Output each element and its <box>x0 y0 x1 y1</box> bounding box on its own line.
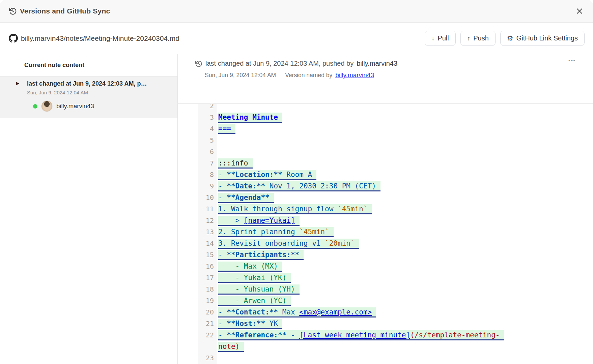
version-item-date: Sun, Jun 9, 2024 12:04 AM <box>27 90 169 95</box>
line-number: 2 <box>198 103 214 112</box>
code-line: :::info <box>218 157 517 169</box>
code-line <box>218 103 517 112</box>
line-number: 20 <box>198 306 214 318</box>
dialog-body: Current note content ▶ last changed at J… <box>0 54 593 364</box>
dialog-title: Versions and GitHub Sync <box>20 7 110 15</box>
code-line: - **Contact:** Max <max@example.com> <box>218 306 517 318</box>
version-changed-row: last changed at Jun 9, 2024 12:03 AM, pu… <box>195 60 593 67</box>
avatar <box>41 100 53 112</box>
inserted-text: - Max (MX) <box>218 262 282 272</box>
down-arrow-icon: ↓ <box>431 35 435 42</box>
code-line: === <box>218 123 517 134</box>
inserted-text: - Yuhsuan (YH) <box>218 284 300 295</box>
version-date: Sun, Jun 9, 2024 12:04 AM <box>205 72 276 79</box>
line-number: 17 <box>198 272 214 283</box>
inserted-text: Meeting Minute <box>218 113 282 123</box>
line-number: 21 <box>198 318 214 329</box>
line-number: 16 <box>198 261 214 272</box>
inserted-text: - **Date:** Nov 1, 2030 2:30 PM (CET) <box>218 181 380 191</box>
inserted-text: > [name=Yukai] <box>218 216 300 226</box>
github-icon <box>9 34 18 43</box>
pull-button[interactable]: ↓ Pull <box>425 31 456 46</box>
push-button[interactable]: ↑ Push <box>460 31 496 46</box>
inserted-text: - **Host:** YK <box>218 319 282 329</box>
line-number: 15 <box>198 249 214 261</box>
line-number: 5 <box>198 134 214 146</box>
inserted-text: - **Participants:** <box>218 250 304 260</box>
code-line: 1. Walk through signup flow `45min` <box>218 203 517 215</box>
code-line: - **Participants:** <box>218 249 517 261</box>
version-named-by-user-link[interactable]: billy.marvin43 <box>335 71 374 79</box>
version-detail-header: last changed at Jun 9, 2024 12:03 AM, pu… <box>178 54 593 103</box>
inserted-text: === <box>218 124 235 134</box>
diff-left-margin <box>178 104 198 364</box>
presence-dot <box>33 104 37 109</box>
code-line <box>218 134 517 146</box>
line-number: 7 <box>198 157 214 169</box>
inserted-text: :::info <box>218 158 253 169</box>
version-sidebar: Current note content ▶ last changed at J… <box>0 54 178 364</box>
line-number: 3 <box>198 112 214 123</box>
code-line: - **Date:** Nov 1, 2030 2:30 PM (CET) <box>218 180 517 192</box>
inserted-text: - **Agenda** <box>218 193 274 203</box>
version-named-by-label: Version named by <box>285 72 332 79</box>
code-line: - Yukai (YK) <box>218 272 517 283</box>
line-number: 14 <box>198 238 214 249</box>
inserted-text: - **Location:** Room A <box>218 170 316 180</box>
line-number: 13 <box>198 226 214 238</box>
version-changed-text: last changed at Jun 9, 2024 12:03 AM, pu… <box>205 60 354 67</box>
more-options-icon[interactable]: ••• <box>568 58 576 63</box>
repo-path-text: billy.marvin43/notes/Meeting-Minute-2024… <box>21 34 179 42</box>
up-arrow-icon: ↑ <box>467 35 471 42</box>
repo-bar: billy.marvin43/notes/Meeting-Minute-2024… <box>0 23 593 54</box>
line-number: 23 <box>198 352 214 364</box>
code-line: - Max (MX) <box>218 261 517 272</box>
line-number: 9 <box>198 180 214 192</box>
line-number: 22 <box>198 329 214 352</box>
sync-actions: ↓ Pull ↑ Push ⚙ GitHub Link Settings <box>425 31 585 46</box>
code-line: > [name=Yukai] <box>218 215 517 226</box>
line-number: 18 <box>198 283 214 295</box>
inserted-text: - Yukai (YK) <box>218 273 291 283</box>
dialog-titlebar: Versions and GitHub Sync <box>0 0 593 23</box>
version-changed-author: billy.marvin43 <box>357 60 397 67</box>
versions-github-sync-dialog: Versions and GitHub Sync billy.marvin43/… <box>0 0 593 364</box>
history-icon <box>9 7 17 15</box>
history-icon <box>195 60 202 67</box>
inserted-text: 3. Revisit onboarding v1 `20min` <box>218 239 359 249</box>
code-line: - **Reference:** - [Last week meeting mi… <box>218 329 517 352</box>
inserted-text: 2. Sprint planning `45min` <box>218 227 334 237</box>
version-item-title: last changed at Jun 9, 2024 12:03 AM, p… <box>27 80 169 87</box>
line-number: 6 <box>198 146 214 157</box>
line-number: 4 <box>198 123 214 134</box>
version-item-author-row: billy.marvin43 <box>33 100 169 112</box>
inserted-text: - Arwen (YC) <box>218 296 291 306</box>
diff-code-content: Meeting Minute===:::info- **Location:** … <box>217 103 517 364</box>
code-line: - **Agenda** <box>218 192 517 203</box>
version-meta-row: Sun, Jun 9, 2024 12:04 AM Version named … <box>205 71 593 79</box>
code-line <box>218 146 517 157</box>
sidebar-heading: Current note content <box>0 54 177 77</box>
github-link-settings-button[interactable]: ⚙ GitHub Link Settings <box>500 31 585 46</box>
version-detail-panel: last changed at Jun 9, 2024 12:03 AM, pu… <box>178 54 593 364</box>
line-number: 11 <box>198 203 214 215</box>
code-line: Meeting Minute <box>218 112 517 123</box>
code-line <box>218 352 517 364</box>
line-number: 12 <box>198 215 214 226</box>
code-line: - **Host:** YK <box>218 318 517 329</box>
code-line: - Yuhsuan (YH) <box>218 283 517 295</box>
repo-path: billy.marvin43/notes/Meeting-Minute-2024… <box>9 34 179 43</box>
version-item-author: billy.marvin43 <box>56 102 94 110</box>
inserted-text: - **Contact:** Max <max@example.com> <box>218 307 376 317</box>
close-icon[interactable] <box>574 6 585 17</box>
code-line: - Arwen (YC) <box>218 295 517 306</box>
line-number-gutter: 23456789101112131415161718192021222324 <box>198 103 217 364</box>
code-line: - **Location:** Room A <box>218 169 517 180</box>
gear-icon: ⚙ <box>507 35 513 42</box>
version-list-item-selected[interactable]: ▶ last changed at Jun 9, 2024 12:03 AM, … <box>0 77 177 118</box>
code-line: 3. Revisit onboarding v1 `20min` <box>218 238 517 249</box>
code-line: 2. Sprint planning `45min` <box>218 226 517 238</box>
diff-view: 23456789101112131415161718192021222324 M… <box>178 103 593 364</box>
line-number: 10 <box>198 192 214 203</box>
expand-caret-icon[interactable]: ▶ <box>16 81 19 86</box>
